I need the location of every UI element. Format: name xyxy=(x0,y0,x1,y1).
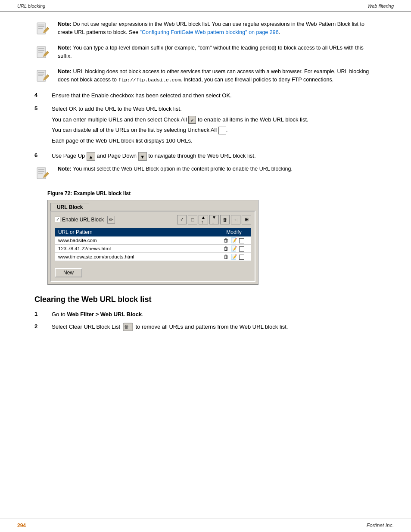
svg-rect-23 xyxy=(38,171,44,172)
note-3-strong: Note: xyxy=(58,68,72,75)
actions-cell-3: 🗑 📝 xyxy=(217,252,251,261)
table-row: www.timewaste.com/products.html 🗑 📝 xyxy=(55,252,251,261)
clearing-step-1-bold: Web Filter > Web URL Block xyxy=(67,311,142,317)
svg-rect-9 xyxy=(38,50,44,51)
table-row: www.badsite.com 🗑 📝 xyxy=(55,236,251,245)
clearing-step-2-content: Select Clear URL Block List 🗑 to remove … xyxy=(52,323,377,332)
page-down-icon: ▼ xyxy=(138,152,147,161)
toolbar-pagedown-icon[interactable]: ▼↓ xyxy=(209,215,219,224)
footer-page: 294 xyxy=(17,523,26,529)
actions-cell-2: 🗑 📝 xyxy=(217,244,251,252)
note-1: Note: Do not use regular expressions in … xyxy=(34,20,377,38)
note-2: Note: You can type a top-level domain su… xyxy=(34,44,377,62)
checkbox-icon-2[interactable] xyxy=(239,246,244,252)
edit-icon-1[interactable]: 📝 xyxy=(231,238,237,243)
ui-inner: ✓ Enable URL Block ✏ ✓ □ ▲↑ ▼↓ 🗑 →| xyxy=(50,211,255,282)
clearing-step-1-number: 1 xyxy=(34,310,52,319)
note-2-text: Note: You can type a top-level domain su… xyxy=(58,44,377,60)
toolbar-uncheckall-icon[interactable]: □ xyxy=(188,215,197,224)
note-bottom-strong: Note: xyxy=(58,166,72,172)
url-cell-3: www.timewaste.com/products.html xyxy=(55,252,217,261)
svg-text:🗑: 🗑 xyxy=(124,324,129,330)
note-1-text: Note: Do not use regular expressions in … xyxy=(58,20,377,37)
step-4-number: 4 xyxy=(34,91,52,100)
delete-icon-1[interactable]: 🗑 xyxy=(224,238,229,243)
header-bar: URL blocking Web filtering xyxy=(0,0,411,12)
clearing-step-2: 2 Select Clear URL Block List 🗑 to remov… xyxy=(34,323,377,332)
step-4: 4 Ensure that the Enable checkbox has be… xyxy=(34,91,377,100)
edit-pencil-icon[interactable]: ✏ xyxy=(107,216,115,224)
new-button-container: New xyxy=(55,264,251,277)
toolbar-icons: ✓ □ ▲↑ ▼↓ 🗑 →| ⊞ xyxy=(177,215,251,224)
note-3: Note: URL blocking does not block access… xyxy=(34,68,377,85)
ui-screenshot: URL Block ✓ Enable URL Block ✏ ✓ xyxy=(47,200,258,285)
svg-rect-16 xyxy=(38,74,44,75)
svg-rect-1 xyxy=(38,25,44,25)
note-2-strong: Note: xyxy=(58,45,72,51)
step-5-content: Select OK to add the URL to the Web URL … xyxy=(52,105,377,147)
toolbar-add-icon[interactable]: →| xyxy=(231,215,240,224)
delete-icon-2[interactable]: 🗑 xyxy=(224,246,229,251)
url-block-table: URL or Pattern Modify www.badsite.com 🗑 … xyxy=(55,228,251,261)
note-icon-2 xyxy=(34,45,52,62)
checkbox-icon-1[interactable] xyxy=(239,238,244,243)
svg-rect-10 xyxy=(38,52,43,53)
toolbar-pageup-icon[interactable]: ▲↑ xyxy=(199,215,208,224)
step-6-content: Use Page Up ▲ and Page Down ▼ to navigat… xyxy=(52,152,377,161)
col-modify: Modify xyxy=(217,228,251,236)
step-5: 5 Select OK to add the URL to the Web UR… xyxy=(34,105,377,147)
header-right: Web filtering xyxy=(367,3,394,9)
note-icon-bottom xyxy=(34,166,52,183)
edit-icon-2[interactable]: 📝 xyxy=(231,246,237,251)
clearing-step-1-content: Go to Web Filter > Web URL Block. xyxy=(52,310,377,319)
svg-rect-8 xyxy=(38,48,44,49)
enable-label: Enable URL Block xyxy=(62,217,104,223)
delete-icon-3[interactable]: 🗑 xyxy=(224,254,229,259)
step-5-number: 5 xyxy=(34,105,52,147)
checkbox-icon-3[interactable] xyxy=(239,255,244,260)
step-6: 6 Use Page Up ▲ and Page Down ▼ to navig… xyxy=(34,152,377,161)
enable-checkbox[interactable]: ✓ xyxy=(55,217,60,222)
page-container: URL blocking Web filtering Note: D xyxy=(0,0,411,532)
footer-bar: 294 Fortinet Inc. xyxy=(0,519,411,532)
new-button[interactable]: New xyxy=(55,268,82,277)
actions-cell-1: 🗑 📝 xyxy=(217,236,251,245)
note-bottom: Note: You must select the Web URL Block … xyxy=(34,165,377,183)
svg-rect-2 xyxy=(38,26,44,27)
svg-rect-22 xyxy=(38,169,44,170)
edit-icon-3[interactable]: 📝 xyxy=(231,254,237,259)
ui-tab: URL Block xyxy=(50,203,89,211)
header-left: URL blocking xyxy=(17,3,45,9)
note-1-link[interactable]: "Configuring FortiGate Web pattern block… xyxy=(140,29,279,35)
note-icon-3 xyxy=(34,68,52,85)
section-heading: Clearing the Web URL block list xyxy=(34,295,377,304)
clear-url-icon: 🗑 xyxy=(123,323,133,332)
footer-brand: Fortinet Inc. xyxy=(367,523,394,529)
toolbar-clear-icon[interactable]: 🗑 xyxy=(220,215,230,224)
svg-rect-15 xyxy=(38,72,44,73)
toolbar-checkall-icon[interactable]: ✓ xyxy=(177,215,187,224)
step-4-content: Ensure that the Enable checkbox has been… xyxy=(52,91,377,100)
svg-rect-3 xyxy=(38,28,43,29)
toolbar-export-icon[interactable]: ⊞ xyxy=(242,215,251,224)
url-cell-2: 123.78.41.22/news.html xyxy=(55,244,217,252)
note-1-strong: Note: xyxy=(58,21,72,27)
check-all-icon: ✓ xyxy=(188,116,196,124)
url-cell-1: www.badsite.com xyxy=(55,236,217,245)
svg-rect-17 xyxy=(38,75,43,76)
page-up-icon: ▲ xyxy=(87,152,95,161)
table-row: 123.78.41.22/news.html 🗑 📝 xyxy=(55,244,251,252)
col-url-pattern: URL or Pattern xyxy=(55,228,217,236)
step-6-number: 6 xyxy=(34,152,52,161)
enable-checkbox-label: ✓ Enable URL Block xyxy=(55,217,104,223)
figure-caption: Figure 72: Example URL block list xyxy=(47,190,377,196)
clearing-step-1: 1 Go to Web Filter > Web URL Block. xyxy=(34,310,377,319)
svg-rect-24 xyxy=(38,173,43,174)
note-3-text: Note: URL blocking does not block access… xyxy=(58,68,377,84)
clearing-section: Clearing the Web URL block list 1 Go to … xyxy=(34,295,377,332)
note-icon-1 xyxy=(34,21,52,38)
uncheck-all-icon xyxy=(218,127,226,134)
figure-block: Figure 72: Example URL block list URL Bl… xyxy=(34,190,377,285)
ui-toolbar: ✓ Enable URL Block ✏ ✓ □ ▲↑ ▼↓ 🗑 →| xyxy=(55,215,251,224)
clearing-step-2-number: 2 xyxy=(34,323,52,332)
